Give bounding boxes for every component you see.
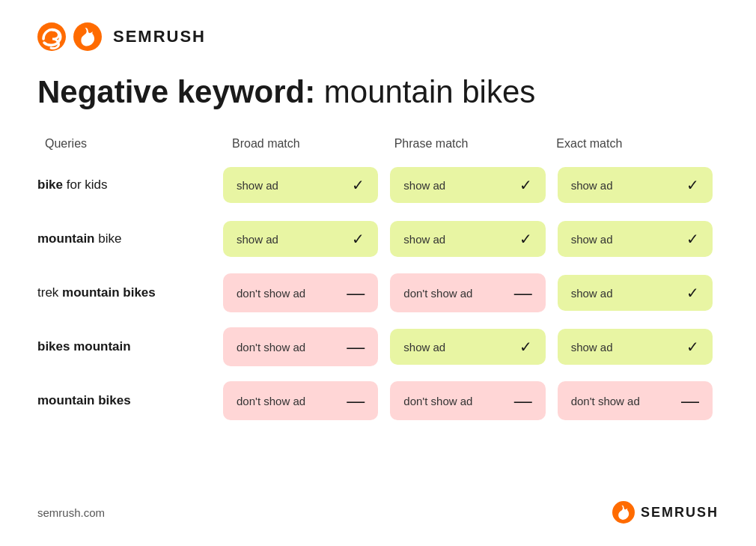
- broad-cell: show ad ✓: [223, 221, 378, 257]
- cell-text: don't show ad: [237, 287, 305, 300]
- table-row: mountain bike show ad ✓ show ad ✓ show a…: [37, 216, 719, 262]
- query-cell: bike for kids: [37, 178, 217, 192]
- cell-text: show ad: [237, 179, 278, 192]
- semrush-logo-icon: [37, 22, 66, 51]
- logo-text: SEMRUSH: [113, 27, 206, 46]
- check-icon: ✓: [519, 176, 532, 194]
- cell-text: show ad: [403, 233, 445, 246]
- title-regular: mountain bikes: [315, 74, 535, 109]
- cell-text: don't show ad: [403, 287, 472, 300]
- cell-text: show ad: [571, 233, 613, 246]
- check-icon: ✓: [519, 338, 532, 356]
- dash-icon: —: [347, 282, 365, 303]
- check-icon: ✓: [352, 176, 365, 194]
- exact-cell: show ad ✓: [558, 275, 713, 311]
- cell-text: don't show ad: [237, 341, 305, 354]
- phrase-cell: show ad ✓: [390, 221, 545, 257]
- cell-text: show ad: [403, 341, 445, 354]
- exact-cell: don't show ad —: [558, 381, 713, 420]
- table-row: trek mountain bikes don't show ad — don'…: [37, 270, 719, 316]
- phrase-cell: show ad ✓: [390, 167, 545, 203]
- logo: SEMRUSH: [37, 22, 206, 51]
- cell-text: don't show ad: [237, 395, 305, 407]
- broad-cell: don't show ad —: [223, 273, 378, 312]
- page-title: Negative keyword: mountain bikes: [37, 73, 719, 111]
- dash-icon: —: [514, 390, 532, 411]
- query-cell: trek mountain bikes: [37, 285, 217, 300]
- footer-logo: SEMRUSH: [612, 501, 719, 524]
- footer: semrush.com SEMRUSH: [37, 490, 719, 524]
- exact-cell: show ad ✓: [558, 329, 713, 365]
- exact-cell: show ad ✓: [558, 167, 713, 203]
- check-icon: ✓: [352, 230, 365, 248]
- dash-icon: —: [347, 390, 365, 411]
- title-section: Negative keyword: mountain bikes: [37, 73, 719, 111]
- table-row: bike for kids show ad ✓ show ad ✓ show a…: [37, 162, 719, 208]
- phrase-cell: don't show ad —: [390, 273, 545, 312]
- footer-url: semrush.com: [37, 506, 105, 519]
- col-broad: Broad match: [225, 137, 387, 151]
- table-row: mountain bikes don't show ad — don't sho…: [37, 377, 719, 424]
- query-cell: bikes mountain: [37, 339, 217, 354]
- query-cell: mountain bike: [37, 231, 217, 246]
- phrase-cell: show ad ✓: [390, 329, 545, 365]
- header: SEMRUSH: [37, 22, 719, 51]
- dash-icon: —: [681, 390, 699, 411]
- broad-cell: show ad ✓: [223, 167, 378, 203]
- table-row: bikes mountain don't show ad — show ad ✓…: [37, 324, 719, 370]
- table-header: Queries Broad match Phrase match Exact m…: [37, 137, 719, 151]
- check-icon: ✓: [686, 230, 699, 248]
- check-icon: ✓: [686, 284, 699, 302]
- semrush-flame-icon: [73, 22, 102, 51]
- broad-cell: don't show ad —: [223, 327, 378, 366]
- check-icon: ✓: [686, 338, 699, 356]
- keyword-table: Queries Broad match Phrase match Exact m…: [37, 137, 719, 467]
- col-exact: Exact match: [549, 137, 711, 151]
- footer-logo-text: SEMRUSH: [641, 505, 719, 521]
- check-icon: ✓: [686, 176, 699, 194]
- cell-text: don't show ad: [571, 395, 640, 407]
- cell-text: show ad: [571, 287, 613, 300]
- cell-text: show ad: [571, 341, 613, 354]
- query-cell: mountain bikes: [37, 393, 217, 408]
- phrase-cell: don't show ad —: [390, 381, 545, 420]
- check-icon: ✓: [519, 230, 532, 248]
- dash-icon: —: [347, 336, 365, 357]
- broad-cell: don't show ad —: [223, 381, 378, 420]
- cell-text: show ad: [571, 179, 613, 192]
- footer-semrush-icon: [612, 501, 635, 524]
- cell-text: show ad: [237, 233, 278, 246]
- cell-text: don't show ad: [403, 395, 472, 407]
- title-bold: Negative keyword:: [37, 74, 315, 109]
- exact-cell: show ad ✓: [558, 221, 713, 257]
- dash-icon: —: [514, 282, 532, 303]
- col-phrase: Phrase match: [387, 137, 549, 151]
- cell-text: show ad: [403, 179, 445, 192]
- col-queries: Queries: [45, 137, 225, 151]
